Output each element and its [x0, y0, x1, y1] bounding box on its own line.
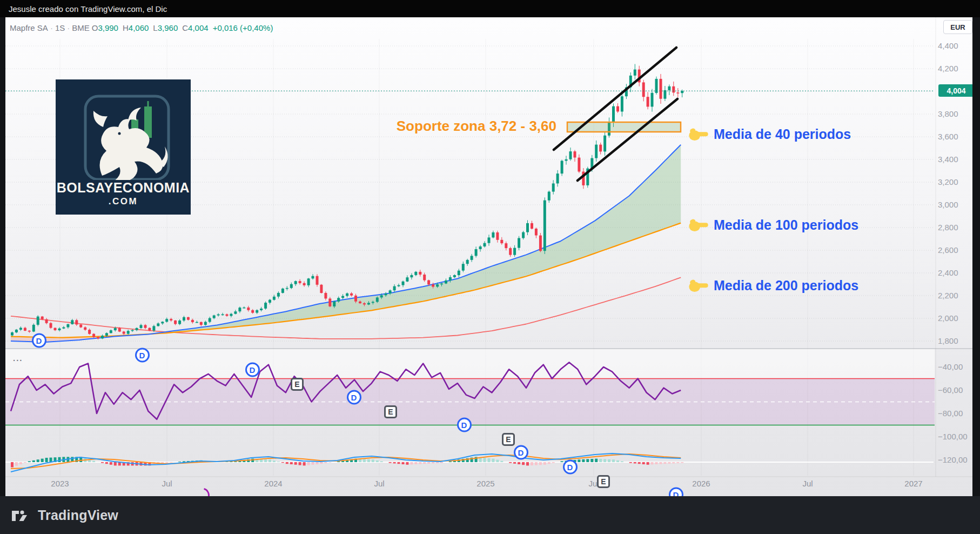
ohlc-label: L — [153, 23, 157, 32]
dividend-marker[interactable]: D — [192, 488, 972, 497]
ohlc-value: 4,004 — [188, 23, 209, 32]
tradingview-logo-icon — [11, 508, 32, 523]
dividend-icon: D — [457, 418, 472, 432]
earnings-marker[interactable]: E — [120, 475, 972, 488]
ohlc-value: 3,960 — [158, 23, 178, 32]
earnings-icon: E — [597, 475, 610, 488]
change-value: +0,016 (+0,40%) — [213, 23, 273, 32]
pointing-hand-icon — [688, 278, 709, 293]
dividend-marker[interactable]: D — [5, 390, 837, 405]
dividend-icon: D — [563, 460, 578, 475]
logo-text: BOLSAYECONOMIA — [56, 180, 191, 196]
indicator-more-button[interactable]: ... — [13, 353, 23, 363]
logo-domain: .COM — [56, 196, 191, 207]
interval[interactable]: 1S — [55, 23, 65, 32]
earnings-marker[interactable]: E — [25, 433, 972, 446]
ma-annotation[interactable]: Media de 200 periodos — [688, 278, 858, 293]
bolsayeconomia-logo: BOLSAYECONOMIA .COM — [56, 79, 191, 215]
ohlc-value: 3,990 — [98, 23, 118, 32]
symbol-name[interactable]: Mapfre SA — [10, 23, 48, 32]
dividend-marker[interactable]: D — [5, 348, 626, 363]
exchange: BME — [72, 23, 90, 32]
dividend-icon: D — [245, 363, 260, 377]
currency-button[interactable]: EUR — [943, 20, 972, 34]
dividend-marker[interactable]: D — [86, 460, 972, 475]
ohlc-label: O — [92, 23, 98, 32]
symbol-header[interactable]: Mapfre SA·1S·BMEO3,990H4,060L3,960C4,004… — [10, 23, 275, 32]
earnings-icon: E — [291, 378, 304, 391]
last-price-badge: 4,004 — [938, 84, 972, 97]
earnings-marker[interactable]: E — [5, 378, 781, 391]
footer-bar: TradingView — [0, 496, 980, 534]
bull-logo-icon — [56, 79, 191, 180]
dividend-icon: D — [514, 445, 528, 460]
tradingview-brand-text: TradingView — [38, 508, 118, 523]
dividend-icon: D — [32, 333, 46, 348]
tradingview-brand[interactable]: TradingView — [11, 508, 118, 523]
earnings-icon: E — [384, 405, 397, 418]
ma-annotation[interactable]: Media de 100 periodos — [688, 217, 858, 233]
ma-annotation[interactable]: Media de 40 periodos — [688, 126, 851, 142]
ma-annotation-text: Media de 200 periodos — [714, 278, 858, 293]
dividend-marker[interactable]: D — [5, 363, 736, 377]
ohlc-label: H — [123, 23, 129, 32]
pointing-hand-icon — [688, 218, 709, 232]
ma-annotation-text: Media de 100 periodos — [714, 217, 858, 233]
earnings-icon: E — [502, 433, 515, 446]
dividend-marker[interactable]: D — [5, 333, 522, 348]
dividend-icon: D — [669, 488, 683, 497]
dividend-icon: D — [135, 348, 150, 363]
marker-arc — [192, 485, 212, 496]
top-title-bar: Jesusle creado con TradingView.com, el D… — [0, 0, 980, 17]
dividend-marker[interactable]: D — [37, 445, 972, 460]
snapshot-title: Jesusle creado con TradingView.com, el D… — [0, 4, 167, 14]
ohlc-label: C — [182, 23, 188, 32]
pointing-hand-icon — [688, 127, 709, 142]
chart-widget[interactable]: Mapfre SA·1S·BMEO3,990H4,060L3,960C4,004… — [5, 17, 972, 496]
earnings-marker[interactable]: E — [5, 405, 874, 418]
ma-annotation-text: Media de 40 periodos — [714, 126, 851, 142]
dividend-marker[interactable]: D — [5, 418, 948, 432]
dividend-icon: D — [347, 390, 361, 405]
ohlc-value: 4,060 — [129, 23, 149, 32]
support-zone-label[interactable]: Soporte zona 3,72 - 3,60 — [330, 118, 556, 135]
page: Jesusle creado con TradingView.com, el D… — [0, 0, 980, 534]
